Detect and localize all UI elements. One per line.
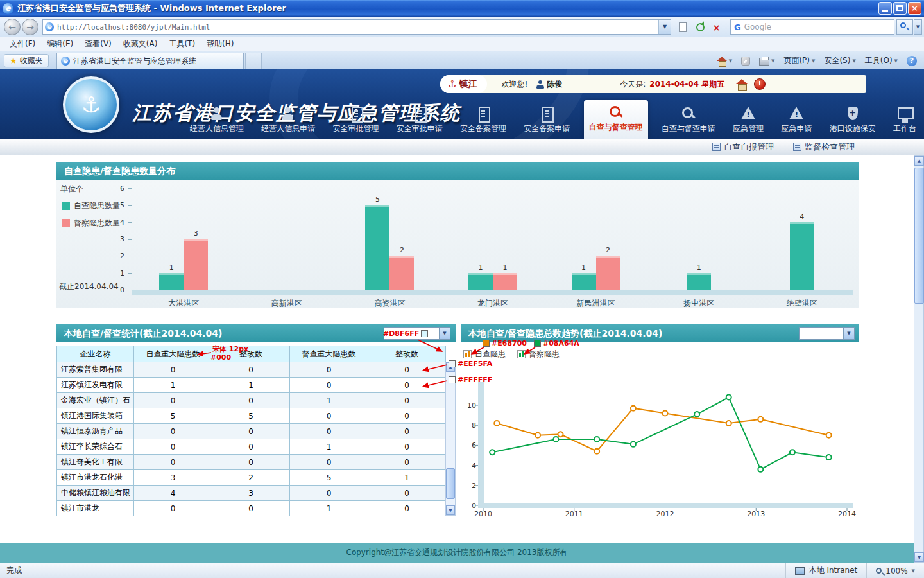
- category-label: 高资港区: [338, 298, 441, 309]
- help-button[interactable]: ?: [902, 54, 921, 68]
- bar[interactable]: 1: [493, 273, 517, 290]
- category-label: 大港港区: [132, 298, 235, 309]
- toolbar-button[interactable]: 页面(P)▼: [779, 54, 819, 68]
- menu-item[interactable]: 文件(F): [4, 37, 41, 51]
- nav-item[interactable]: 安全备案管理: [456, 103, 510, 139]
- region-name: 镇江: [459, 78, 477, 90]
- bar[interactable]: 1: [687, 273, 711, 290]
- toolbar-button[interactable]: 工具(O)▼: [860, 54, 902, 68]
- logout-icon[interactable]: [754, 78, 766, 90]
- scroll-down-button[interactable]: ▼: [446, 505, 455, 515]
- address-bar[interactable]: e http://localhost:8080/yjpt/Main.html ▼: [42, 19, 671, 35]
- table-row[interactable]: 江苏索普集团有限0000: [57, 362, 446, 378]
- nav-item[interactable]: 应急申请: [777, 103, 816, 139]
- toolbar-button[interactable]: 安全(S)▼: [819, 54, 860, 68]
- table-row[interactable]: 镇江奇美化工有限0000: [57, 455, 446, 470]
- zoom-control[interactable]: 100% ▼: [866, 563, 924, 578]
- scroll-up-button[interactable]: ▲: [446, 362, 455, 372]
- nav-item[interactable]: 安全审批申请: [393, 103, 447, 139]
- google-logo-icon: G: [734, 22, 741, 32]
- favorites-button[interactable]: ★ 收藏夹: [4, 54, 49, 67]
- status-text: 完成: [6, 565, 22, 576]
- bar[interactable]: 1: [468, 273, 493, 290]
- nav-item[interactable]: 自查与督查管理: [584, 100, 648, 139]
- refresh-button[interactable]: [693, 19, 708, 35]
- page-scrollbar[interactable]: ▲ ▼: [914, 155, 924, 563]
- bar[interactable]: 1: [159, 273, 184, 290]
- region-selector[interactable]: ⚓ 镇江: [440, 75, 487, 93]
- search-button[interactable]: [896, 19, 913, 35]
- new-tab-stub[interactable]: [245, 53, 262, 69]
- stats-table-body: 企业名称自查重大隐患数整改数督查重大隐患数整改数 江苏索普集团有限0000江苏镇…: [56, 342, 456, 522]
- maximize-button[interactable]: [893, 2, 907, 15]
- bar[interactable]: 3: [184, 239, 208, 290]
- x-axis-baseline: [132, 290, 853, 295]
- submenu-item[interactable]: 监督检查管理: [793, 141, 855, 153]
- forward-button[interactable]: →: [22, 19, 38, 35]
- nav-item[interactable]: 安全审批管理: [329, 103, 383, 139]
- url-text[interactable]: http://localhost:8080/yjpt/Main.html: [57, 23, 658, 31]
- scroll-up-button[interactable]: ▲: [914, 156, 924, 166]
- trend-filter-dropdown[interactable]: ▼: [799, 327, 855, 340]
- menu-item[interactable]: 帮助(H): [201, 37, 239, 51]
- menu-item[interactable]: 查看(V): [79, 37, 117, 51]
- chevron-down-icon[interactable]: ▼: [843, 328, 854, 339]
- address-dropdown-button[interactable]: ▼: [658, 20, 671, 34]
- nav-item[interactable]: 经营人信息申请: [257, 103, 319, 139]
- close-button[interactable]: ×: [908, 2, 921, 15]
- nav-item[interactable]: 工作台: [889, 103, 920, 139]
- table-row[interactable]: 江苏镇江发电有限1100: [57, 378, 446, 393]
- table-scrollbar[interactable]: ▲ ▼: [445, 362, 456, 516]
- menu-item[interactable]: 工具(T): [163, 37, 201, 51]
- anchor-icon: ⚓: [81, 92, 101, 118]
- security-zone[interactable]: 本地 Intranet: [785, 563, 867, 578]
- shield-icon: [844, 106, 861, 121]
- x-axis-category-labels: 大港港区高新港区高资港区龙门港区新民洲港区扬中港区绝壁港区: [132, 298, 853, 309]
- stats-filter-dropdown[interactable]: ▼: [384, 327, 450, 340]
- svg-text:2013: 2013: [747, 510, 765, 518]
- y-tick-label: 1: [120, 269, 124, 277]
- nav-item[interactable]: 应急管理: [729, 103, 767, 139]
- nav-item[interactable]: 安全备案申请: [520, 103, 574, 139]
- search-placeholder[interactable]: Google: [744, 22, 894, 31]
- home-shortcut-icon[interactable]: [736, 79, 748, 89]
- bar[interactable]: 1: [572, 273, 596, 290]
- feeds-button[interactable]: [737, 54, 755, 68]
- chevron-down-icon[interactable]: ▼: [439, 328, 450, 339]
- table-row[interactable]: 镇江市港龙石化港3251: [57, 470, 446, 486]
- users-icon: [280, 106, 296, 121]
- bar[interactable]: 2: [596, 256, 620, 290]
- table-row[interactable]: 中储粮镇江粮油有限4300: [57, 486, 446, 501]
- bar[interactable]: 2: [389, 256, 414, 290]
- value-cell: 0: [290, 362, 368, 378]
- scroll-down-button[interactable]: ▼: [914, 552, 924, 562]
- chevron-down-icon: ▼: [852, 58, 855, 64]
- scrollbar-thumb[interactable]: [914, 168, 924, 304]
- nav-item[interactable]: 经营人信息管理: [186, 103, 248, 139]
- search-box[interactable]: G Google: [730, 19, 894, 35]
- print-button[interactable]: ▼: [755, 54, 779, 68]
- stop-button[interactable]: ×: [709, 19, 724, 35]
- y-tick-mark: [128, 222, 132, 223]
- back-button[interactable]: ←: [4, 19, 21, 35]
- compatibility-view-button[interactable]: [675, 19, 690, 35]
- scrollbar-thumb[interactable]: [446, 468, 455, 499]
- table-row[interactable]: 镇江市港龙0010: [57, 501, 446, 516]
- bar[interactable]: 4: [790, 222, 814, 290]
- nav-item[interactable]: 自查与督查申请: [658, 103, 719, 139]
- svg-text:2012: 2012: [656, 510, 674, 518]
- table-row[interactable]: 镇江港国际集装箱5500: [57, 408, 446, 424]
- submenu-item[interactable]: 自查自报管理: [712, 141, 774, 153]
- home-icon: [717, 57, 727, 66]
- search-dropdown-button[interactable]: ▼: [914, 19, 922, 35]
- browser-tab[interactable]: e 江苏省港口安全监管与应急管理系统: [56, 53, 244, 69]
- table-row[interactable]: 镇江李长荣综合石0010: [57, 439, 446, 455]
- menu-item[interactable]: 编辑(E): [41, 37, 79, 51]
- nav-item[interactable]: 港口设施保安: [826, 103, 880, 139]
- nav-item-label: 安全审批申请: [397, 123, 443, 134]
- table-row[interactable]: 金海宏业（镇江）石0010: [57, 393, 446, 408]
- table-row[interactable]: 镇江恒泰沥青产品0000: [57, 424, 446, 439]
- menu-item[interactable]: 收藏夹(A): [117, 37, 164, 51]
- home-button[interactable]: ▼: [712, 54, 737, 68]
- minimize-button[interactable]: [878, 2, 892, 15]
